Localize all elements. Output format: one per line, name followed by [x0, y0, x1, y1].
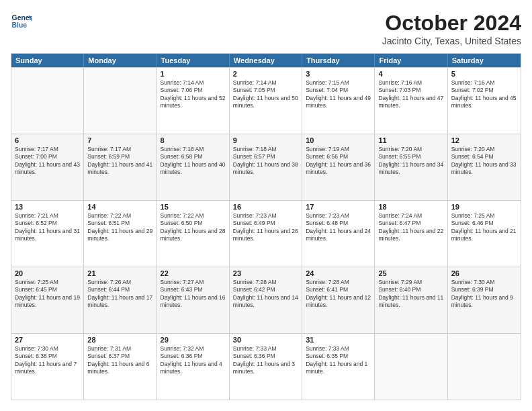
day-number: 31 [306, 336, 371, 344]
calendar-week: 13Sunrise: 7:21 AMSunset: 6:52 PMDayligh… [11, 200, 521, 267]
day-info: Sunrise: 7:28 AMSunset: 6:41 PMDaylight:… [306, 279, 371, 310]
calendar-cell: 2Sunrise: 7:14 AMSunset: 7:05 PMDaylight… [230, 68, 302, 134]
calendar-cell: 27Sunrise: 7:30 AMSunset: 6:38 PMDayligh… [11, 334, 84, 400]
day-number: 26 [451, 269, 517, 277]
day-info: Sunrise: 7:23 AMSunset: 6:48 PMDaylight:… [306, 212, 371, 243]
day-number: 25 [378, 269, 443, 277]
calendar-cell: 20Sunrise: 7:25 AMSunset: 6:45 PMDayligh… [11, 267, 84, 333]
weekday-header: Wednesday [230, 54, 302, 67]
day-info: Sunrise: 7:18 AMSunset: 6:58 PMDaylight:… [161, 146, 226, 177]
location: Jacinto City, Texas, United States [382, 36, 521, 46]
day-number: 12 [451, 136, 517, 144]
svg-text:Blue: Blue [12, 21, 28, 29]
day-info: Sunrise: 7:31 AMSunset: 6:37 PMDaylight:… [87, 345, 152, 376]
title-block: October 2024 Jacinto City, Texas, United… [382, 11, 521, 46]
logo: General Blue [11, 11, 32, 32]
day-number: 30 [233, 336, 298, 344]
day-number: 3 [306, 70, 371, 78]
calendar-cell: 13Sunrise: 7:21 AMSunset: 6:52 PMDayligh… [11, 201, 84, 267]
day-number: 29 [161, 336, 226, 344]
day-info: Sunrise: 7:21 AMSunset: 6:52 PMDaylight:… [15, 212, 80, 243]
calendar-cell [448, 334, 521, 400]
weekday-header: Saturday [448, 54, 521, 67]
day-info: Sunrise: 7:17 AMSunset: 7:00 PMDaylight:… [15, 146, 80, 177]
calendar-cell: 15Sunrise: 7:22 AMSunset: 6:50 PMDayligh… [157, 201, 230, 267]
calendar-cell: 19Sunrise: 7:25 AMSunset: 6:46 PMDayligh… [448, 201, 521, 267]
day-number: 17 [306, 203, 371, 211]
calendar-cell: 26Sunrise: 7:30 AMSunset: 6:39 PMDayligh… [448, 267, 521, 333]
weekday-header: Monday [84, 54, 157, 67]
calendar-cell: 5Sunrise: 7:16 AMSunset: 7:02 PMDaylight… [448, 68, 521, 134]
day-info: Sunrise: 7:14 AMSunset: 7:06 PMDaylight:… [161, 79, 226, 110]
day-number: 5 [451, 70, 517, 78]
calendar-cell: 3Sunrise: 7:15 AMSunset: 7:04 PMDaylight… [302, 68, 375, 134]
day-number: 1 [161, 70, 226, 78]
calendar-cell: 21Sunrise: 7:26 AMSunset: 6:44 PMDayligh… [84, 267, 157, 333]
calendar-week: 20Sunrise: 7:25 AMSunset: 6:45 PMDayligh… [11, 267, 521, 333]
day-info: Sunrise: 7:24 AMSunset: 6:47 PMDaylight:… [378, 212, 443, 243]
calendar-cell: 28Sunrise: 7:31 AMSunset: 6:37 PMDayligh… [84, 334, 157, 400]
calendar-cell: 25Sunrise: 7:29 AMSunset: 6:40 PMDayligh… [375, 267, 447, 333]
calendar-cell: 14Sunrise: 7:22 AMSunset: 6:51 PMDayligh… [84, 201, 157, 267]
calendar-header: SundayMondayTuesdayWednesdayThursdayFrid… [11, 54, 521, 67]
logo-icon: General Blue [11, 11, 32, 32]
calendar-cell: 1Sunrise: 7:14 AMSunset: 7:06 PMDaylight… [157, 68, 230, 134]
day-info: Sunrise: 7:15 AMSunset: 7:04 PMDaylight:… [306, 79, 371, 110]
calendar-cell: 4Sunrise: 7:16 AMSunset: 7:03 PMDaylight… [375, 68, 447, 134]
day-number: 8 [161, 136, 226, 144]
day-info: Sunrise: 7:30 AMSunset: 6:39 PMDaylight:… [451, 279, 517, 310]
calendar-week: 1Sunrise: 7:14 AMSunset: 7:06 PMDaylight… [11, 67, 521, 134]
day-number: 6 [15, 136, 80, 144]
day-info: Sunrise: 7:14 AMSunset: 7:05 PMDaylight:… [233, 79, 298, 110]
day-info: Sunrise: 7:25 AMSunset: 6:46 PMDaylight:… [451, 212, 517, 243]
calendar-cell [375, 334, 447, 400]
day-info: Sunrise: 7:20 AMSunset: 6:54 PMDaylight:… [451, 146, 517, 177]
day-info: Sunrise: 7:22 AMSunset: 6:50 PMDaylight:… [161, 212, 226, 243]
day-number: 16 [233, 203, 298, 211]
calendar-cell [84, 68, 157, 134]
day-number: 22 [161, 269, 226, 277]
day-number: 15 [161, 203, 226, 211]
calendar-body: 1Sunrise: 7:14 AMSunset: 7:06 PMDaylight… [11, 67, 521, 400]
day-number: 20 [15, 269, 80, 277]
day-info: Sunrise: 7:33 AMSunset: 6:35 PMDaylight:… [306, 345, 371, 376]
calendar-cell: 9Sunrise: 7:18 AMSunset: 6:57 PMDaylight… [230, 134, 302, 200]
day-number: 27 [15, 336, 80, 344]
calendar-cell: 17Sunrise: 7:23 AMSunset: 6:48 PMDayligh… [302, 201, 375, 267]
day-info: Sunrise: 7:22 AMSunset: 6:51 PMDaylight:… [87, 212, 152, 243]
day-info: Sunrise: 7:26 AMSunset: 6:44 PMDaylight:… [87, 279, 152, 310]
weekday-header: Tuesday [157, 54, 230, 67]
calendar-week: 27Sunrise: 7:30 AMSunset: 6:38 PMDayligh… [11, 333, 521, 400]
day-info: Sunrise: 7:32 AMSunset: 6:36 PMDaylight:… [161, 345, 226, 376]
day-info: Sunrise: 7:23 AMSunset: 6:49 PMDaylight:… [233, 212, 298, 243]
day-number: 11 [378, 136, 443, 144]
day-number: 2 [233, 70, 298, 78]
calendar-cell: 24Sunrise: 7:28 AMSunset: 6:41 PMDayligh… [302, 267, 375, 333]
calendar: SundayMondayTuesdayWednesdayThursdayFrid… [11, 53, 521, 400]
calendar-cell: 8Sunrise: 7:18 AMSunset: 6:58 PMDaylight… [157, 134, 230, 200]
day-info: Sunrise: 7:33 AMSunset: 6:36 PMDaylight:… [233, 345, 298, 376]
calendar-cell: 18Sunrise: 7:24 AMSunset: 6:47 PMDayligh… [375, 201, 447, 267]
calendar-cell: 29Sunrise: 7:32 AMSunset: 6:36 PMDayligh… [157, 334, 230, 400]
calendar-cell: 7Sunrise: 7:17 AMSunset: 6:59 PMDaylight… [84, 134, 157, 200]
day-info: Sunrise: 7:20 AMSunset: 6:55 PMDaylight:… [378, 146, 443, 177]
day-info: Sunrise: 7:18 AMSunset: 6:57 PMDaylight:… [233, 146, 298, 177]
day-info: Sunrise: 7:16 AMSunset: 7:03 PMDaylight:… [378, 79, 443, 110]
day-info: Sunrise: 7:16 AMSunset: 7:02 PMDaylight:… [451, 79, 517, 110]
day-number: 23 [233, 269, 298, 277]
day-number: 19 [451, 203, 517, 211]
calendar-cell: 12Sunrise: 7:20 AMSunset: 6:54 PMDayligh… [448, 134, 521, 200]
header: General Blue October 2024 Jacinto City, … [11, 11, 521, 46]
calendar-cell: 6Sunrise: 7:17 AMSunset: 7:00 PMDaylight… [11, 134, 84, 200]
calendar-cell: 30Sunrise: 7:33 AMSunset: 6:36 PMDayligh… [230, 334, 302, 400]
weekday-header: Thursday [302, 54, 375, 67]
day-info: Sunrise: 7:19 AMSunset: 6:56 PMDaylight:… [306, 146, 371, 177]
calendar-cell: 10Sunrise: 7:19 AMSunset: 6:56 PMDayligh… [302, 134, 375, 200]
weekday-header: Sunday [11, 54, 84, 67]
day-number: 4 [378, 70, 443, 78]
day-number: 24 [306, 269, 371, 277]
day-info: Sunrise: 7:29 AMSunset: 6:40 PMDaylight:… [378, 279, 443, 310]
weekday-header: Friday [375, 54, 447, 67]
day-number: 9 [233, 136, 298, 144]
day-number: 7 [87, 136, 152, 144]
